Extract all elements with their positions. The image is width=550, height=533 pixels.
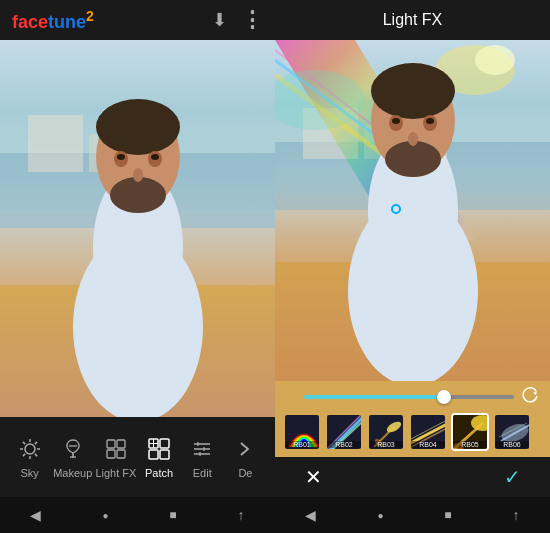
tool-edit[interactable]: Edit — [181, 435, 224, 479]
fx-label-rb02: RB02 — [327, 441, 361, 448]
patch-icon — [145, 435, 173, 463]
svg-point-9 — [133, 168, 143, 182]
svg-point-54 — [408, 132, 418, 146]
fx-slider-thumb[interactable] — [437, 390, 451, 404]
fx-label-rb03: RB03 — [369, 441, 403, 448]
de-label: De — [238, 467, 252, 479]
fx-label-rb05: RB05 — [453, 441, 487, 448]
svg-point-52 — [392, 118, 400, 124]
person-right — [318, 40, 508, 381]
svg-point-4 — [110, 177, 166, 213]
makeup-label: Makeup — [53, 467, 92, 479]
reset-icon[interactable] — [522, 387, 542, 407]
fx-thumbnails: RB01 RB02 RB03 — [283, 413, 542, 451]
svg-point-3 — [96, 99, 180, 155]
fx-thumb-rb02[interactable]: RB02 — [325, 413, 363, 451]
left-image-area — [0, 40, 275, 417]
tool-sky[interactable]: Sky — [8, 435, 51, 479]
home-icon-right[interactable]: ● — [377, 510, 383, 521]
nav-bar-right: ◀ ● ■ ↑ — [275, 497, 550, 533]
makeup-icon — [59, 435, 87, 463]
header-icons: ⬇ ⋮ — [212, 7, 263, 33]
svg-line-16 — [34, 454, 36, 456]
action-bar: ✕ ✓ — [275, 457, 550, 497]
bottom-toolbar: Sky Makeup Light — [0, 417, 275, 497]
svg-rect-24 — [107, 450, 115, 458]
svg-point-8 — [151, 154, 159, 160]
lightfx-label: Light FX — [95, 467, 136, 479]
home-icon-left[interactable]: ● — [102, 510, 108, 521]
tool-patch[interactable]: Patch — [138, 435, 181, 479]
logo: facetune2 — [12, 8, 94, 33]
svg-rect-23 — [117, 440, 125, 448]
download-icon[interactable]: ⬇ — [212, 9, 227, 31]
svg-line-17 — [34, 442, 36, 444]
fx-slider[interactable] — [304, 395, 514, 399]
right-header: Light FX — [275, 0, 550, 40]
check-icon: ✓ — [504, 465, 521, 489]
fx-thumb-rb03[interactable]: RB03 — [367, 413, 405, 451]
fx-label-rb06: RB06 — [495, 441, 529, 448]
lightfx-icon — [102, 435, 130, 463]
cancel-button[interactable]: ✕ — [299, 463, 327, 491]
person-icon-right[interactable]: ↑ — [513, 507, 520, 523]
fx-thumb-rb06[interactable]: RB06 — [493, 413, 531, 451]
svg-rect-22 — [107, 440, 115, 448]
right-image-area[interactable] — [275, 40, 550, 381]
nav-bar-left: ◀ ● ■ ↑ — [0, 497, 275, 533]
svg-rect-25 — [117, 450, 125, 458]
tool-makeup[interactable]: Makeup — [51, 435, 94, 479]
tool-lightfx[interactable]: Light FX — [94, 435, 137, 479]
back-icon-left[interactable]: ◀ — [30, 507, 41, 523]
square-icon-right[interactable]: ■ — [444, 508, 451, 522]
fx-thumb-rb04[interactable]: RB04 — [409, 413, 447, 451]
fx-controls: RB01 RB02 RB03 — [275, 381, 550, 457]
person-icon-left[interactable]: ↑ — [238, 507, 245, 523]
sky-icon — [16, 435, 44, 463]
right-panel: Light FX — [275, 0, 550, 533]
tool-de[interactable]: De — [224, 435, 267, 479]
fx-label-rb04: RB04 — [411, 441, 445, 448]
square-icon-left[interactable]: ■ — [169, 508, 176, 522]
svg-rect-27 — [160, 439, 169, 448]
svg-point-48 — [371, 63, 455, 119]
slider-row — [283, 387, 542, 407]
right-title: Light FX — [383, 11, 443, 29]
edit-label: Edit — [193, 467, 212, 479]
fx-thumb-rb05[interactable]: RB05 — [451, 413, 489, 451]
left-header: facetune2 ⬇ ⋮ — [0, 0, 275, 40]
svg-point-10 — [25, 444, 35, 454]
x-icon: ✕ — [305, 465, 322, 489]
person-left — [43, 47, 233, 417]
fx-control-point[interactable] — [391, 204, 401, 214]
fx-label-rb01: RB01 — [285, 441, 319, 448]
svg-point-53 — [426, 118, 434, 124]
fx-thumb-rb01[interactable]: RB01 — [283, 413, 321, 451]
patch-label: Patch — [145, 467, 173, 479]
svg-line-15 — [22, 442, 24, 444]
svg-point-49 — [385, 141, 441, 177]
back-icon-right[interactable]: ◀ — [305, 507, 316, 523]
edit-icon — [188, 435, 216, 463]
left-panel: facetune2 ⬇ ⋮ — [0, 0, 275, 533]
svg-line-18 — [22, 454, 24, 456]
de-icon — [231, 435, 259, 463]
svg-point-7 — [117, 154, 125, 160]
sky-label: Sky — [20, 467, 38, 479]
confirm-button[interactable]: ✓ — [498, 463, 526, 491]
more-icon[interactable]: ⋮ — [241, 7, 263, 33]
svg-rect-29 — [160, 450, 169, 459]
svg-rect-28 — [149, 450, 158, 459]
